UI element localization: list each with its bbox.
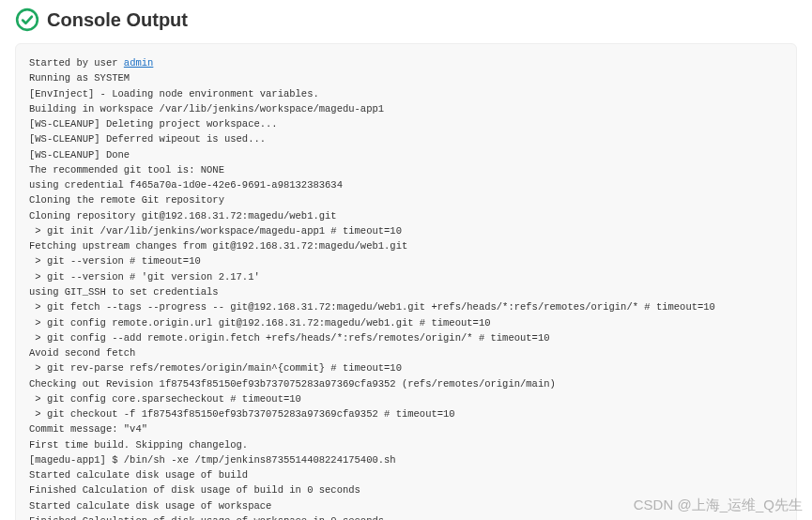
console-line: > git --version # 'git version 2.17.1' — [29, 269, 783, 284]
svg-point-0 — [17, 9, 38, 30]
console-line: [magedu-app1] $ /bin/sh -xe /tmp/jenkins… — [29, 452, 783, 467]
console-line: Finished Calculation of disk usage of wo… — [29, 513, 783, 520]
page-title: Console Output — [47, 9, 188, 31]
console-line: > git init /var/lib/jenkins/workspace/ma… — [29, 223, 783, 238]
console-line: > git config core.sparsecheckout # timeo… — [29, 391, 783, 406]
console-line: [EnvInject] - Loading node environment v… — [29, 86, 783, 101]
console-line: using credential f465a70a-1d0e-42e6-9691… — [29, 177, 783, 192]
user-link[interactable]: admin — [124, 57, 154, 69]
console-line: Avoid second fetch — [29, 345, 783, 360]
console-line: Cloning the remote Git repository — [29, 192, 783, 207]
console-line: Finished Calculation of disk usage of bu… — [29, 482, 783, 497]
console-line: > git --version # timeout=10 — [29, 253, 783, 268]
console-line: Building in workspace /var/lib/jenkins/w… — [29, 101, 783, 116]
console-line: > git fetch --tags --progress -- git@192… — [29, 299, 783, 314]
console-output: Started by user adminRunning as SYSTEM[E… — [15, 43, 797, 520]
console-line: Started calculate disk usage of workspac… — [29, 498, 783, 513]
console-line: Started calculate disk usage of build — [29, 467, 783, 482]
console-line: Running as SYSTEM — [29, 70, 783, 85]
console-line: Fetching upstream changes from git@192.1… — [29, 238, 783, 253]
console-line: using GIT_SSH to set credentials — [29, 284, 783, 299]
console-line: Started by user admin — [29, 55, 783, 70]
console-line: > git config remote.origin.url git@192.1… — [29, 315, 783, 330]
console-line: Cloning repository git@192.168.31.72:mag… — [29, 208, 783, 223]
console-line: First time build. Skipping changelog. — [29, 437, 783, 452]
console-line: [WS-CLEANUP] Deferred wipeout is used... — [29, 131, 783, 146]
console-line: > git rev-parse refs/remotes/origin/main… — [29, 360, 783, 375]
console-line: [WS-CLEANUP] Deleting project workspace.… — [29, 116, 783, 131]
success-icon — [15, 8, 39, 32]
console-line: [WS-CLEANUP] Done — [29, 147, 783, 162]
console-line: Commit message: "v4" — [29, 421, 783, 436]
console-line: > git checkout -f 1f87543f85150ef93b7370… — [29, 406, 783, 421]
console-line: Checking out Revision 1f87543f85150ef93b… — [29, 376, 783, 391]
console-line: > git config --add remote.origin.fetch +… — [29, 330, 783, 345]
console-line: The recommended git tool is: NONE — [29, 162, 783, 177]
page-header: Console Output — [0, 0, 812, 43]
